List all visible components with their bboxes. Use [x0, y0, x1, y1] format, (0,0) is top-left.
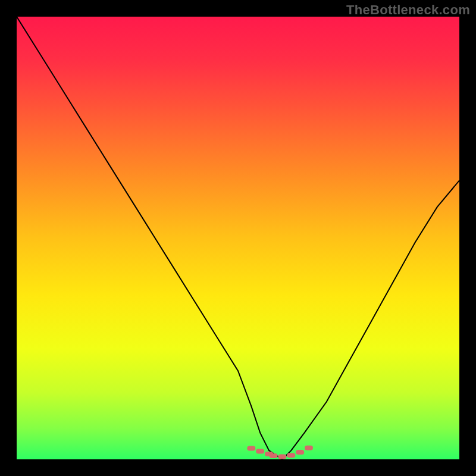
highlight-marker	[256, 449, 264, 454]
gradient-background	[17, 17, 459, 459]
bottleneck-chart	[17, 17, 459, 459]
highlight-marker	[278, 455, 286, 459]
highlight-marker	[305, 446, 313, 450]
highlight-marker	[270, 453, 278, 458]
highlight-marker	[247, 446, 255, 450]
chart-container	[17, 17, 459, 459]
app-frame: TheBottleneck.com	[0, 0, 476, 476]
highlight-marker	[287, 453, 295, 458]
watermark-text: TheBottleneck.com	[346, 2, 470, 18]
highlight-marker	[296, 450, 304, 455]
